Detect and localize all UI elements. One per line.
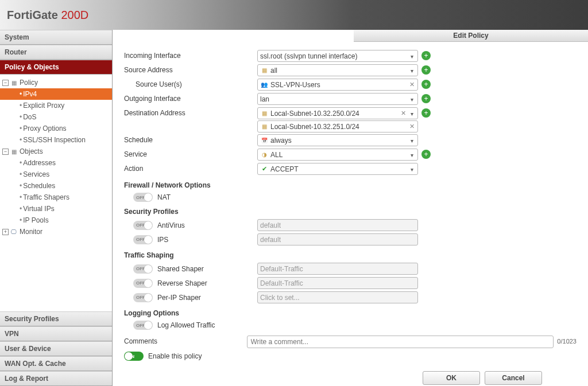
comments-label: Comments <box>124 336 247 345</box>
tree-traffic-shapers[interactable]: Traffic Shapers <box>0 192 112 203</box>
shared-shaper-toggle[interactable]: OFF <box>133 264 153 274</box>
chevron-down-icon[interactable] <box>408 151 416 159</box>
log-allowed-label: Log Allowed Traffic <box>157 321 215 329</box>
tree-ip-pools[interactable]: IP Pools <box>0 215 112 226</box>
antivirus-value: default <box>257 219 418 231</box>
clear-icon[interactable] <box>408 81 416 89</box>
nav-policy-objects[interactable]: Policy & Objects <box>0 60 112 75</box>
page-icon <box>10 79 18 86</box>
traffic-shaping-section: Traffic Shaping <box>124 251 577 259</box>
perip-shaper-label: Per-IP Shaper <box>157 294 201 302</box>
perip-shaper-value[interactable]: Click to set... <box>257 291 418 303</box>
shared-shaper-value: Default-Traffic <box>257 263 418 275</box>
chevron-down-icon[interactable] <box>408 52 416 60</box>
nav-system[interactable]: System <box>0 30 112 45</box>
tree-addresses[interactable]: Addresses <box>0 157 112 169</box>
enable-policy-toggle[interactable]: ON <box>124 352 144 361</box>
ips-toggle[interactable]: OFF <box>133 235 153 244</box>
tree-objects[interactable]: − Objects <box>0 146 112 157</box>
log-allowed-toggle[interactable]: OFF <box>133 321 153 330</box>
calendar-icon <box>260 137 268 144</box>
tree-services[interactable]: Services <box>0 169 112 180</box>
nav-wan-opt[interactable]: WAN Opt. & Cache <box>0 356 112 371</box>
ips-value: default <box>257 233 418 245</box>
tree-ipv4[interactable]: IPv4 <box>0 88 112 100</box>
add-icon[interactable]: + <box>421 65 431 75</box>
dest-address-label: Destination Address <box>124 107 257 117</box>
group-icon <box>260 81 268 88</box>
nav-router[interactable]: Router <box>0 45 112 60</box>
nav-security-profiles[interactable]: Security Profiles <box>0 311 112 326</box>
service-label: Service <box>124 149 257 158</box>
reverse-shaper-value: Default-Traffic <box>257 277 418 289</box>
chevron-down-icon[interactable] <box>408 110 416 118</box>
content: Edit Policy Incoming Interface ssl.root … <box>113 30 588 386</box>
antivirus-toggle[interactable]: OFF <box>133 221 153 230</box>
action-select[interactable]: ACCEPT <box>257 163 418 175</box>
tree-proxy-options[interactable]: Proxy Options <box>0 123 112 134</box>
nav-log-report[interactable]: Log & Report <box>0 371 112 386</box>
add-icon[interactable]: + <box>421 150 431 159</box>
incoming-interface-label: Incoming Interface <box>124 50 257 60</box>
address-icon <box>260 123 268 130</box>
add-icon[interactable]: + <box>421 94 431 103</box>
tree-virtual-ips[interactable]: Virtual IPs <box>0 203 112 215</box>
top-bar: FortiGate 200D <box>0 0 588 30</box>
sidebar: System Router Policy & Objects − Policy … <box>0 30 113 386</box>
page-icon <box>10 148 18 155</box>
antivirus-label: AntiVirus <box>157 221 185 229</box>
logging-section: Logging Options <box>124 309 577 317</box>
outgoing-interface-select[interactable]: lan <box>257 93 418 105</box>
tree-schedules[interactable]: Schedules <box>0 180 112 192</box>
nat-toggle[interactable]: OFF <box>133 193 153 202</box>
nav-vpn[interactable]: VPN <box>0 326 112 341</box>
add-icon[interactable]: + <box>421 51 431 60</box>
nav-tree: − Policy IPv4 Explicit Proxy DoS Proxy O… <box>0 75 112 311</box>
chevron-down-icon[interactable] <box>408 95 416 103</box>
shared-shaper-label: Shared Shaper <box>157 265 204 273</box>
service-select[interactable]: ALL <box>257 149 418 161</box>
source-address-label: Source Address <box>124 64 257 74</box>
expand-icon[interactable]: + <box>2 229 9 235</box>
collapse-icon[interactable]: − <box>2 80 9 86</box>
collapse-icon[interactable]: − <box>2 149 9 155</box>
tree-dos[interactable]: DoS <box>0 111 112 123</box>
ips-label: IPS <box>157 236 168 244</box>
outgoing-interface-label: Outgoing Interface <box>124 93 257 103</box>
enable-policy-label: Enable this policy <box>148 352 202 360</box>
nat-label: NAT <box>157 193 171 201</box>
chevron-down-icon[interactable] <box>408 67 416 75</box>
nav-user-device[interactable]: User & Device <box>0 341 112 356</box>
incoming-interface-select[interactable]: ssl.root (sslvpn tunnel interface) <box>257 50 418 62</box>
clear-icon[interactable] <box>408 123 416 131</box>
add-icon[interactable]: + <box>421 80 431 89</box>
tree-ssl-ssh[interactable]: SSL/SSH Inspection <box>0 134 112 146</box>
cancel-button[interactable]: Cancel <box>485 371 542 385</box>
chevron-down-icon[interactable] <box>408 165 416 173</box>
security-profiles-section: Security Profiles <box>124 208 577 216</box>
monitor-icon <box>10 228 18 235</box>
schedule-select[interactable]: always <box>257 134 418 146</box>
dest-address-item-1[interactable]: Local-Subnet-10.32.251.0/24 <box>257 120 418 132</box>
firewall-section: Firewall / Network Options <box>124 181 577 189</box>
comments-input[interactable] <box>247 336 554 348</box>
schedule-label: Schedule <box>124 134 257 144</box>
tree-monitor[interactable]: + Monitor <box>0 226 112 237</box>
check-icon <box>260 166 268 173</box>
tree-policy[interactable]: − Policy <box>0 77 112 88</box>
source-users-label: Source User(s) <box>124 79 257 88</box>
perip-shaper-toggle[interactable]: OFF <box>133 293 153 302</box>
page-title: Edit Policy <box>354 30 588 42</box>
service-icon <box>260 151 268 158</box>
chevron-down-icon[interactable] <box>408 137 416 145</box>
tree-explicit-proxy[interactable]: Explicit Proxy <box>0 100 112 111</box>
address-icon <box>260 110 268 117</box>
ok-button[interactable]: OK <box>423 371 480 385</box>
reverse-shaper-toggle[interactable]: OFF <box>133 279 153 288</box>
reverse-shaper-label: Reverse Shaper <box>157 279 207 287</box>
source-users-select[interactable]: SSL-VPN-Users <box>257 79 418 91</box>
dest-address-item-0[interactable]: Local-Subnet-10.32.250.0/24 <box>257 107 418 119</box>
clear-icon[interactable] <box>399 110 407 118</box>
add-icon[interactable]: + <box>421 108 431 118</box>
source-address-select[interactable]: all <box>257 64 418 76</box>
